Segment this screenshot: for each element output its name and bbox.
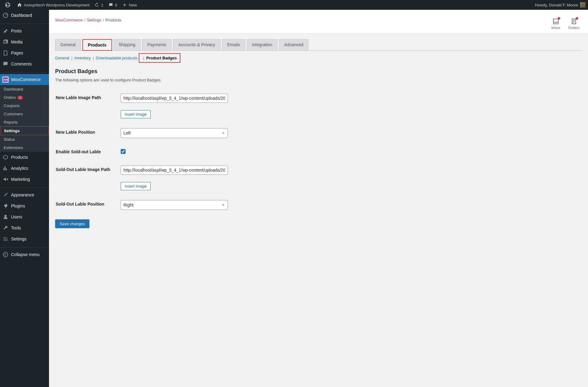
menu-appearance[interactable]: Appearance bbox=[0, 189, 49, 200]
menu-label: Pages bbox=[11, 50, 23, 55]
plus-icon bbox=[122, 2, 127, 7]
tab-payments[interactable]: Payments bbox=[142, 39, 172, 51]
svg-point-2 bbox=[5, 41, 6, 42]
new-label: New bbox=[129, 3, 137, 7]
breadcrumb-settings[interactable]: Settings bbox=[87, 18, 101, 22]
save-changes-button[interactable]: Save changes bbox=[55, 219, 89, 228]
site-name[interactable]: Acespritech Wordpress Development bbox=[15, 0, 92, 10]
submenu-dashboard[interactable]: Dashboard bbox=[0, 85, 49, 93]
submenu-label: Customers bbox=[4, 112, 23, 116]
settings-form: New Lable Image Path Insert Image New La… bbox=[55, 88, 582, 215]
submenu-settings[interactable]: Settings bbox=[0, 126, 49, 135]
menu-label: Comments bbox=[11, 61, 32, 66]
submenu-label: Settings bbox=[4, 128, 20, 133]
wp-logo[interactable] bbox=[2, 0, 15, 10]
submenu-label: Status bbox=[4, 137, 15, 142]
menu-label: Analytics bbox=[11, 166, 28, 171]
menu-label: Tools bbox=[11, 225, 21, 228]
refresh-count: 1 bbox=[101, 3, 103, 7]
enable-soldout-checkbox[interactable] bbox=[121, 149, 126, 154]
menu-posts[interactable]: Posts bbox=[0, 25, 49, 36]
user-icon bbox=[2, 214, 9, 220]
menu-label: Dashboard bbox=[11, 13, 32, 18]
tab-products[interactable]: Products bbox=[82, 39, 112, 51]
submenu-label: Dashboard bbox=[4, 87, 23, 91]
menu-comments[interactable]: Comments bbox=[0, 58, 49, 69]
soldout-image-path-input[interactable] bbox=[121, 166, 228, 175]
inbox-label: Inbox bbox=[551, 26, 560, 30]
submenu-customers[interactable]: Customers bbox=[0, 110, 49, 118]
menu-label: Products bbox=[11, 155, 28, 160]
breadcrumb: WooCommerce/Settings/Products bbox=[55, 18, 121, 22]
menu-marketing[interactable]: Marketing bbox=[0, 174, 49, 185]
wrench-icon bbox=[2, 225, 9, 228]
menu-tools[interactable]: Tools bbox=[0, 222, 49, 228]
insert-image-button-soldout[interactable]: Insert Image bbox=[121, 182, 151, 190]
wordpress-icon bbox=[5, 2, 10, 8]
chart-icon bbox=[2, 165, 9, 171]
submenu-status[interactable]: Status bbox=[0, 135, 49, 143]
tab-advanced[interactable]: Advanced bbox=[279, 39, 308, 51]
menu-dashboard[interactable]: Dashboard bbox=[0, 10, 49, 21]
menu-label: Posts bbox=[11, 28, 22, 33]
refresh-icon bbox=[94, 2, 99, 7]
submenu-orders[interactable]: Orders1 bbox=[0, 93, 49, 102]
submenu-extensions[interactable]: Extensions bbox=[0, 143, 49, 152]
menu-woocommerce[interactable]: wooWooCommerce bbox=[0, 74, 49, 85]
menu-pages[interactable]: Pages bbox=[0, 47, 49, 58]
subsub-downloadable[interactable]: Downloadable products bbox=[96, 56, 138, 60]
submenu-coupons[interactable]: Coupons bbox=[0, 102, 49, 110]
new-label-position-select[interactable]: Left bbox=[121, 128, 228, 138]
submenu-label: Reports bbox=[4, 120, 18, 125]
menu-plugins[interactable]: Plugins bbox=[0, 200, 49, 211]
submenu-reports[interactable]: Reports bbox=[0, 118, 49, 126]
orders-label: Orders bbox=[568, 26, 579, 30]
page-title: Product Badges bbox=[55, 68, 582, 75]
woocommerce-icon: woo bbox=[2, 76, 9, 83]
menu-separator bbox=[0, 71, 49, 73]
menu-users[interactable]: Users bbox=[0, 211, 49, 222]
menu-separator bbox=[0, 22, 49, 24]
inbox-button[interactable]: Inbox bbox=[551, 18, 560, 30]
comment-icon bbox=[108, 2, 113, 7]
comments-count: 0 bbox=[115, 3, 117, 7]
subsub-product-badges[interactable]: Product Badges bbox=[146, 56, 177, 60]
tab-accounts[interactable]: Accounts & Privacy bbox=[173, 39, 221, 51]
comments-bubble[interactable]: 0 bbox=[106, 0, 120, 10]
menu-media[interactable]: Media bbox=[0, 36, 49, 47]
new-content[interactable]: New bbox=[120, 0, 139, 10]
admin-bar: Acespritech Wordpress Development 1 0 Ne… bbox=[0, 0, 588, 10]
subsub-general[interactable]: General bbox=[55, 56, 69, 60]
menu-products[interactable]: Products bbox=[0, 152, 49, 163]
woocommerce-submenu: Dashboard Orders1 Coupons Customers Repo… bbox=[0, 85, 49, 152]
menu-analytics[interactable]: Analytics bbox=[0, 163, 49, 174]
content-area: WooCommerce/Settings/Products Inbox Orde… bbox=[49, 10, 588, 228]
submenu-label: Orders bbox=[4, 95, 16, 100]
subsub-inventory[interactable]: Inventory bbox=[74, 56, 91, 60]
inbox-icon bbox=[552, 18, 560, 25]
tab-shipping[interactable]: Shipping bbox=[114, 39, 141, 51]
svg-text:woo: woo bbox=[3, 78, 8, 81]
submenu-label: Extensions bbox=[4, 145, 23, 150]
insert-image-button-new[interactable]: Insert Image bbox=[121, 110, 151, 118]
tab-emails[interactable]: Emails bbox=[222, 39, 245, 51]
orders-button[interactable]: Orders bbox=[568, 18, 579, 30]
refresh[interactable]: 1 bbox=[92, 0, 106, 10]
new-label-image-path-input[interactable] bbox=[121, 94, 228, 103]
orders-icon bbox=[570, 18, 578, 25]
comment-icon bbox=[2, 61, 9, 67]
tab-integration[interactable]: Integration bbox=[247, 39, 277, 51]
menu-separator bbox=[0, 186, 49, 188]
soldout-position-select[interactable]: Right bbox=[121, 200, 228, 210]
menu-label: Appearance bbox=[11, 192, 34, 197]
menu-label: Marketing bbox=[11, 177, 30, 182]
breadcrumb-current: Products bbox=[105, 18, 121, 22]
orders-badge: 1 bbox=[17, 96, 23, 99]
site-name-text: Acespritech Wordpress Development bbox=[24, 3, 89, 7]
pages-icon bbox=[2, 50, 9, 56]
breadcrumb-woocommerce[interactable]: WooCommerce bbox=[55, 18, 83, 22]
user-menu[interactable]: Howdy, Donald F. Moore bbox=[533, 0, 586, 10]
menu-label: Plugins bbox=[11, 203, 25, 208]
tab-general[interactable]: General bbox=[55, 39, 81, 51]
svg-point-5 bbox=[5, 215, 7, 217]
